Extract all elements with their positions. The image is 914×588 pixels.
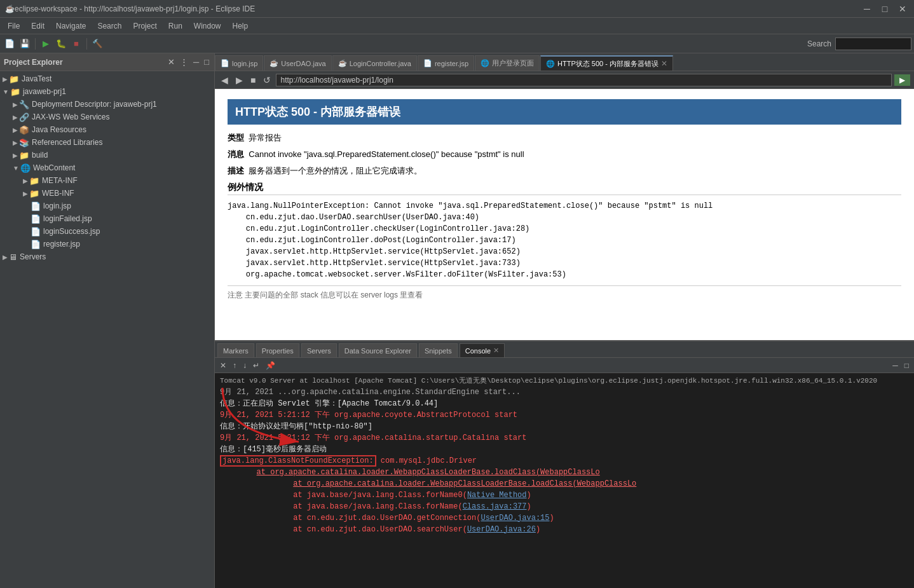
explorer-close-button[interactable]: ✕ <box>167 56 176 68</box>
tab-label-register-jsp: register.jsp <box>435 60 468 67</box>
console-maximize-button[interactable]: □ <box>902 360 911 371</box>
bottom-tab-data-source[interactable]: Data Source Explorer <box>339 343 417 357</box>
menu-item-help[interactable]: Help <box>228 20 254 32</box>
menu-item-project[interactable]: Project <box>128 20 161 32</box>
http-error-page: HTTP状态 500 - 内部服务器错误 类型 异常报告 消息 Cannot i… <box>215 89 914 340</box>
tree-icon-javaweb-prj1: 📁 <box>10 87 20 97</box>
menu-item-navigate[interactable]: Navigate <box>51 20 91 32</box>
console-link-8[interactable]: Native_Method <box>467 491 527 500</box>
stop-button[interactable]: ■ <box>69 37 83 51</box>
run-button[interactable]: ▶ <box>39 37 53 51</box>
search-toolbar-area: Search <box>807 38 911 50</box>
console-line-8: at java.base/java.lang.Class.forName0(Na… <box>220 489 909 501</box>
exception-header: 例外情况 <box>228 182 901 195</box>
highlighted-exception: java.lang.ClassNotFoundException: <box>220 455 376 467</box>
console-link-11[interactable]: UserDAO.java:26 <box>467 525 536 534</box>
tree-item-build[interactable]: ▶📁build <box>0 149 214 161</box>
tree-label-java-resources: Java Resources <box>32 125 86 134</box>
tree-item-javaweb-prj1[interactable]: ▼📁javaweb-prj1 <box>0 85 214 98</box>
bottom-tab-properties[interactable]: Properties <box>256 343 299 357</box>
stack-trace-text: java.lang.NullPointerException: Cannot i… <box>228 200 901 212</box>
menu-item-file[interactable]: File <box>3 20 25 32</box>
minimize-button[interactable]: ─ <box>861 3 873 15</box>
tree-icon-register-jsp: 📄 <box>31 240 41 249</box>
editor-tab-logincontroller-java[interactable]: ☕LoginController.java <box>332 55 417 71</box>
editor-tab-userdao-java[interactable]: ☕UserDAO.java <box>264 55 331 71</box>
console-line-2: 信息：开始协议处理句柄["http-nio-80"] <box>220 421 909 432</box>
console-link-10[interactable]: UserDAO.java:15 <box>481 514 549 523</box>
menu-item-search[interactable]: Search <box>92 20 126 32</box>
tree-item-referenced-libraries[interactable]: ▶📚Referenced Libraries <box>0 136 214 149</box>
console-link-6[interactable]: at org.apache.catalina.loader.WebappClas… <box>220 468 600 477</box>
tree-item-meta-inf[interactable]: ▶📁META-INF <box>0 174 214 187</box>
bottom-tab-servers[interactable]: Servers <box>301 343 337 357</box>
menu-item-edit[interactable]: Edit <box>26 20 50 32</box>
left-panel: Project Explorer ✕ ⋮ ─ □ ▶📁JavaTest▼📁jav… <box>0 53 215 588</box>
back-button[interactable]: ◀ <box>219 74 231 86</box>
tree-item-servers[interactable]: ▶🖥Servers <box>0 250 214 263</box>
tree-arrow-javatest: ▶ <box>3 76 8 83</box>
explorer-minimize-button[interactable]: ─ <box>192 56 200 68</box>
console-minimize-button[interactable]: ─ <box>890 360 901 371</box>
menu-item-run[interactable]: Run <box>163 20 188 32</box>
tree-item-java-resources[interactable]: ▶📦Java Resources <box>0 123 214 136</box>
tab-close-http-500[interactable]: ✕ <box>661 59 667 68</box>
console-scroll-bottom-button[interactable]: ↓ <box>240 360 249 371</box>
editor-tab-login-jsp[interactable]: 📄login.jsp <box>215 55 263 71</box>
address-input[interactable] <box>276 74 892 86</box>
bottom-tab-snippets[interactable]: Snippets <box>419 343 458 357</box>
console-line-10: at cn.edu.zjut.dao.UserDAO.getConnection… <box>220 512 909 524</box>
save-button[interactable]: 💾 <box>18 37 32 51</box>
tree-label-servers: Servers <box>20 252 46 261</box>
bottom-tab-close-console[interactable]: ✕ <box>493 346 499 355</box>
build-button[interactable]: 🔨 <box>90 37 104 51</box>
console-link-9[interactable]: Class.java:377 <box>463 502 527 511</box>
menu-item-window[interactable]: Window <box>189 20 226 32</box>
console-line-11: at cn.edu.zjut.dao.UserDAO.searchUser(Us… <box>220 524 909 535</box>
forward-button[interactable]: ▶ <box>233 74 245 86</box>
tab-label-user-login-page: 用户登录页面 <box>492 58 534 68</box>
tree-label-login-jsp: login.jsp <box>43 202 71 210</box>
tree-item-loginsuccess-jsp[interactable]: 📄loginSuccess.jsp <box>0 225 214 238</box>
tree-label-deployment-desc: Deployment Descriptor: javaweb-prj1 <box>32 100 157 109</box>
tree-icon-javatest: 📁 <box>9 74 19 84</box>
refresh-button[interactable]: ↺ <box>261 74 273 86</box>
bottom-tab-console[interactable]: Console✕ <box>460 343 505 357</box>
tree-arrow-deployment-desc: ▶ <box>13 101 18 108</box>
type-label: 类型 <box>228 133 244 142</box>
explorer-menu-button[interactable]: ⋮ <box>179 56 189 68</box>
stack-line-4: javax.servlet.http.HttpServlet.service(H… <box>228 246 901 257</box>
bottom-tab-markers[interactable]: Markers <box>217 343 254 357</box>
tree-icon-meta-inf: 📁 <box>29 176 39 186</box>
console-link-7[interactable]: at org.apache.catalina.loader.WebappClas… <box>220 479 636 488</box>
maximize-button[interactable]: □ <box>878 3 891 15</box>
console-word-wrap-button[interactable]: ↵ <box>250 360 262 371</box>
tree-item-login-jsp[interactable]: 📄login.jsp <box>0 200 214 212</box>
tree-item-deployment-desc[interactable]: ▶🔧Deployment Descriptor: javaweb-prj1 <box>0 98 214 111</box>
go-button[interactable]: ▶ <box>894 74 910 86</box>
explorer-maximize-button[interactable]: □ <box>203 56 210 68</box>
tree-item-register-jsp[interactable]: 📄register.jsp <box>0 238 214 250</box>
tree-label-loginfailed-jsp: loginFailed.jsp <box>43 214 92 223</box>
console-server-header: Tomcat v9.0 Server at localhost [Apache … <box>220 376 909 386</box>
tree-item-webcontent[interactable]: ▼🌐WebContent <box>0 161 214 174</box>
new-button[interactable]: 📄 <box>3 37 17 51</box>
console-clear-button[interactable]: ✕ <box>217 360 229 371</box>
tree-icon-login-jsp: 📄 <box>31 202 41 211</box>
tree-item-loginfailed-jsp[interactable]: 📄loginFailed.jsp <box>0 212 214 225</box>
console-area[interactable]: Tomcat v9.0 Server at localhost [Apache … <box>215 373 914 588</box>
tree-item-javatest[interactable]: ▶📁JavaTest <box>0 72 214 85</box>
console-pin-button[interactable]: 📌 <box>263 360 278 371</box>
editor-tab-http-500[interactable]: 🌐HTTP状态 500 - 内部服务器错误✕ <box>540 55 673 71</box>
tab-label-logincontroller-java: LoginController.java <box>350 60 411 67</box>
tab-icon-user-login-page: 🌐 <box>481 59 489 67</box>
tree-item-web-inf[interactable]: ▶📁WEB-INF <box>0 187 214 200</box>
search-input[interactable] <box>835 38 911 50</box>
close-button[interactable]: ✕ <box>896 3 909 15</box>
editor-tab-user-login-page[interactable]: 🌐用户登录页面 <box>475 55 540 71</box>
console-scroll-top-button[interactable]: ↑ <box>230 360 239 371</box>
tree-item-jax-ws[interactable]: ▶🔗JAX-WS Web Services <box>0 111 214 123</box>
editor-tab-register-jsp[interactable]: 📄register.jsp <box>418 55 474 71</box>
debug-button[interactable]: 🐛 <box>54 37 68 51</box>
stop-nav-button[interactable]: ■ <box>248 74 258 86</box>
